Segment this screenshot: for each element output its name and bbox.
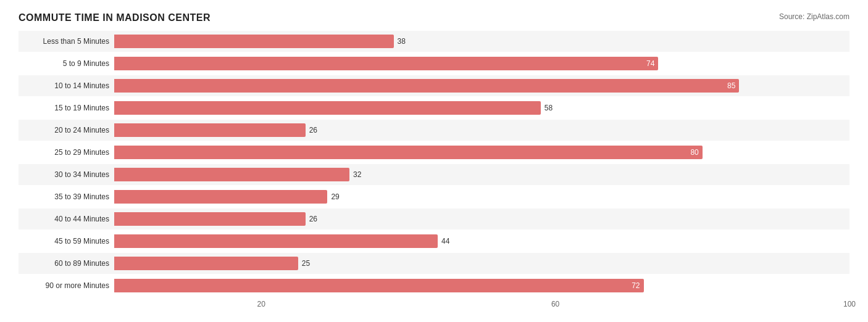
chart-title: COMMUTE TIME IN MADISON CENTER	[19, 12, 211, 23]
x-axis-tick: 60	[551, 300, 559, 308]
chart-body: Less than 5 Minutes385 to 9 Minutes7410 …	[19, 31, 849, 312]
bar-value-label: 58	[545, 104, 553, 112]
bar-label: 60 to 89 Minutes	[19, 259, 114, 268]
bar-area: 29	[114, 186, 849, 207]
bar-value-label: 38	[398, 37, 406, 46]
bar-value-label: 72	[632, 281, 640, 290]
bar-row: 30 to 34 Minutes32	[19, 164, 849, 185]
bar-area: 25	[114, 253, 849, 274]
bar-fill	[114, 257, 298, 270]
bar-label: 45 to 59 Minutes	[19, 237, 114, 246]
bar-area: 58	[114, 97, 849, 118]
bar-value-label: 25	[302, 259, 310, 268]
bar-area: 38	[114, 31, 849, 52]
chart-header: COMMUTE TIME IN MADISON CENTER Source: Z…	[19, 12, 849, 23]
x-axis: 2060100	[19, 297, 849, 312]
bar-row: 45 to 59 Minutes44	[19, 231, 849, 252]
bar-value-label: 74	[646, 59, 654, 68]
bar-fill	[114, 234, 438, 248]
bar-label: 40 to 44 Minutes	[19, 215, 114, 223]
bar-label: 10 to 14 Minutes	[19, 81, 114, 90]
bar-row: 35 to 39 Minutes29	[19, 186, 849, 207]
bar-area: 74	[114, 53, 849, 74]
bar-fill	[114, 190, 327, 204]
x-axis-tick: 100	[843, 300, 856, 308]
bar-row: 20 to 24 Minutes26	[19, 120, 849, 141]
bar-area: 80	[114, 142, 849, 163]
bar-label: 5 to 9 Minutes	[19, 59, 114, 68]
bar-fill: 80	[114, 146, 703, 159]
bar-area: 26	[114, 208, 849, 229]
bar-label: 20 to 24 Minutes	[19, 126, 114, 134]
bar-area: 32	[114, 164, 849, 185]
bar-row: 25 to 29 Minutes80	[19, 142, 849, 163]
bar-row: 5 to 9 Minutes74	[19, 53, 849, 74]
bar-value-label: 26	[309, 126, 317, 134]
bar-label: 25 to 29 Minutes	[19, 148, 114, 157]
bar-area: 85	[114, 75, 849, 96]
bar-value-label: 32	[353, 170, 361, 179]
bar-value-label: 26	[309, 215, 317, 223]
bar-fill	[114, 123, 306, 137]
bar-row: 15 to 19 Minutes58	[19, 97, 849, 118]
bar-label: 30 to 34 Minutes	[19, 170, 114, 179]
bar-area: 44	[114, 231, 849, 252]
bar-value-label: 85	[727, 81, 735, 90]
bar-row: 40 to 44 Minutes26	[19, 208, 849, 229]
bar-row: 90 or more Minutes72	[19, 275, 849, 296]
x-axis-tick: 20	[257, 300, 265, 308]
bar-fill	[114, 168, 349, 181]
bar-value-label: 80	[690, 148, 698, 157]
bar-fill	[114, 101, 541, 115]
chart-source: Source: ZipAtlas.com	[779, 12, 849, 21]
bar-row: 10 to 14 Minutes85	[19, 75, 849, 96]
bar-label: 15 to 19 Minutes	[19, 104, 114, 112]
chart-container: COMMUTE TIME IN MADISON CENTER Source: Z…	[0, 0, 868, 322]
bar-value-label: 44	[441, 237, 449, 246]
bar-label: 90 or more Minutes	[19, 281, 114, 290]
bar-value-label: 29	[331, 192, 339, 201]
bar-fill: 85	[114, 79, 739, 93]
bar-row: Less than 5 Minutes38	[19, 31, 849, 52]
bar-area: 72	[114, 275, 849, 296]
bar-fill	[114, 212, 306, 226]
bar-fill	[114, 35, 394, 48]
bar-label: 35 to 39 Minutes	[19, 192, 114, 201]
bar-area: 26	[114, 120, 849, 141]
bar-fill: 74	[114, 57, 658, 70]
bar-fill: 72	[114, 279, 644, 292]
bar-label: Less than 5 Minutes	[19, 37, 114, 46]
bar-row: 60 to 89 Minutes25	[19, 253, 849, 274]
